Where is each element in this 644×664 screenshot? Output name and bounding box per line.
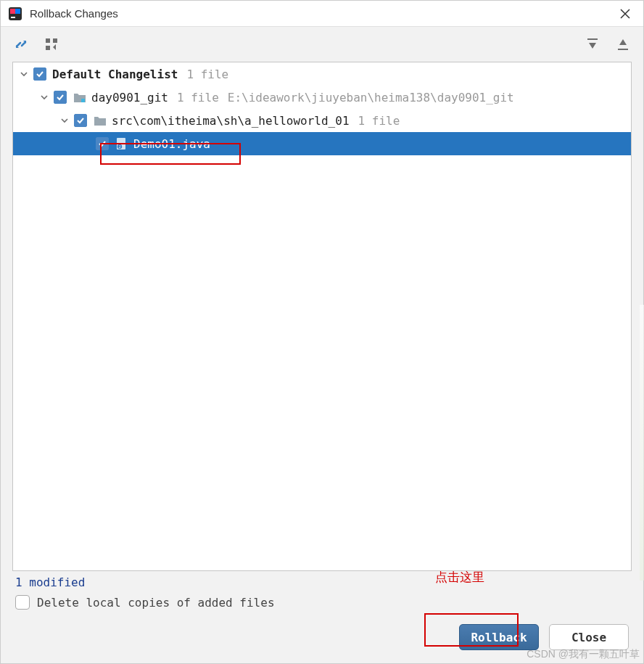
module-icon [73,90,87,104]
window-title: Rollback Changes [30,7,614,20]
rollback-dialog: Rollback Changes [0,0,644,664]
tree-row-changelist[interactable]: Default Changelist 1 file [13,62,631,86]
changelist-label: Default Changelist [52,67,178,81]
svg-marker-11 [619,39,627,45]
svg-rect-12 [81,99,85,102]
delete-copies-checkbox[interactable] [15,595,30,610]
close-button[interactable]: Close [549,624,629,650]
module-path: E:\ideawork\jiuyeban\heima138\day0901_gi… [228,91,514,104]
rollback-button[interactable]: Rollback [459,624,539,650]
edge-hint [640,305,644,581]
titlebar: Rollback Changes [1,1,643,27]
watermark: CSDN @我有一颗五叶草 [527,648,640,661]
check-icon [98,139,107,148]
checkbox-file[interactable] [96,137,109,150]
caret-icon[interactable] [17,67,30,81]
group-icon [44,37,59,52]
collapse-all-button[interactable] [614,36,632,53]
intellij-icon [8,7,22,21]
folder-label: src\com\itheima\sh\a_helloworld_01 [112,114,350,128]
check-icon [36,70,44,78]
tree-row-folder[interactable]: src\com\itheima\sh\a_helloworld_01 1 fil… [13,109,631,132]
group-button[interactable] [43,36,60,53]
changelist-meta: 1 file [186,67,228,81]
svg-rect-6 [46,38,50,43]
caret-icon[interactable] [58,114,71,127]
file-label: Demo01.java [133,137,210,151]
svg-rect-7 [53,38,57,43]
folder-meta: 1 file [358,114,400,128]
caret-icon[interactable] [38,91,51,104]
expand-all-button[interactable] [584,36,601,53]
delete-copies-row: Delete local copies of added files [1,592,643,617]
check-icon [56,93,65,102]
checkbox-changelist[interactable] [33,67,46,81]
tree-row-module[interactable]: day0901_git 1 file E:\ideawork\jiuyeban\… [13,86,631,109]
checkbox-folder[interactable] [74,114,87,127]
modified-count: 1 modified [1,571,643,592]
svg-rect-2 [15,9,20,14]
diff-button[interactable] [12,36,30,53]
svg-rect-3 [11,17,15,18]
java-file-icon: J [115,136,129,151]
collapse-icon [616,37,630,52]
toolbar [1,27,643,62]
annotation-text: 点击这里 [435,569,484,586]
expand-icon [585,37,600,52]
close-icon [620,9,630,19]
diff-icon [14,37,28,52]
checkbox-module[interactable] [54,91,67,104]
tree-row-file[interactable]: J Demo01.java [13,132,631,155]
module-label: day0901_git [91,91,168,104]
delete-copies-label: Delete local copies of added files [37,596,275,610]
svg-rect-1 [10,9,15,14]
folder-icon [93,113,107,128]
module-meta1: 1 file [177,91,219,104]
svg-rect-8 [46,46,50,50]
svg-marker-9 [53,44,56,50]
svg-marker-10 [589,43,596,49]
changes-tree[interactable]: Default Changelist 1 file day0901_git 1 … [12,62,632,571]
check-icon [76,116,85,125]
window-close-button[interactable] [614,3,636,25]
